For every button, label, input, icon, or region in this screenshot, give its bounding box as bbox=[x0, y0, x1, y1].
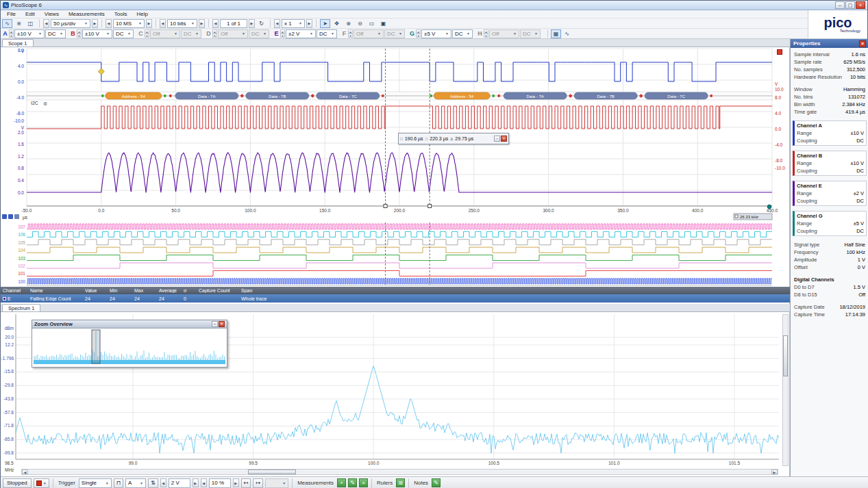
channel-C-coupling-select[interactable]: DC▼ bbox=[181, 29, 201, 38]
samples-increase-button[interactable]: ▶ bbox=[146, 19, 152, 28]
digital-inputs-button[interactable]: ▦ bbox=[551, 29, 561, 38]
ruler-legend-window[interactable]: □ 190.6 µs □ 220.3 µs Δ 29.75 µs – × bbox=[398, 133, 509, 144]
tab-spectrum-1[interactable]: Spectrum 1 bbox=[2, 304, 40, 311]
spin-down-icon[interactable]: ▼ bbox=[348, 34, 353, 38]
zoom-in-tool-button[interactable]: ⊕ bbox=[343, 19, 354, 28]
channel-A-spinner[interactable]: ▲▼ bbox=[9, 29, 14, 38]
spin-down-icon[interactable]: ▼ bbox=[212, 34, 217, 38]
trigger-mode-select[interactable]: Single▼ bbox=[79, 478, 112, 488]
channel-E-range-select[interactable]: ±2 V▼ bbox=[286, 29, 316, 38]
channel-D-coupling-select[interactable]: DC▼ bbox=[249, 29, 269, 38]
channel-H-range-select[interactable]: Off▼ bbox=[489, 29, 519, 38]
zoom-overview-close[interactable]: × bbox=[219, 321, 225, 327]
resolution-decrease-button[interactable]: ◀ bbox=[160, 19, 166, 28]
zoom-overview-window[interactable]: Zoom Overview – × bbox=[32, 320, 227, 368]
trigger-level-decrease[interactable]: ◀ bbox=[160, 478, 166, 487]
pretrigger-decrease[interactable]: ◀ bbox=[201, 478, 207, 487]
channel-g-axis-marker[interactable] bbox=[767, 205, 771, 209]
menu-item-views[interactable]: Views bbox=[40, 10, 64, 18]
zoom-out-tool-button[interactable]: ⊖ bbox=[355, 19, 365, 28]
zoom-overview-minimize[interactable]: – bbox=[212, 321, 218, 327]
channel-H-coupling-select[interactable]: DC▼ bbox=[520, 29, 541, 38]
maximize-button[interactable]: ▢ bbox=[845, 1, 855, 9]
channel-F-label[interactable]: F bbox=[341, 30, 347, 37]
scope-chart[interactable]: V8.04.00.0-4.0-8.0-10.0V2.01.61.20.80.40… bbox=[1, 47, 790, 287]
minimize-button[interactable]: – bbox=[835, 1, 845, 9]
spin-down-icon[interactable]: ▼ bbox=[280, 34, 285, 38]
channel-B-range-select[interactable]: ±10 V▼ bbox=[82, 29, 112, 38]
channel-E-coupling-select[interactable]: DC▼ bbox=[317, 29, 337, 38]
channel-A-label[interactable]: A bbox=[2, 30, 8, 37]
spin-down-icon[interactable]: ▼ bbox=[145, 34, 149, 38]
menu-item-edit[interactable]: Edit bbox=[21, 10, 40, 18]
hand-tool-button[interactable]: ✥ bbox=[332, 19, 342, 28]
channel-G-label[interactable]: G bbox=[409, 30, 415, 37]
trigger-source-select[interactable]: A▼ bbox=[125, 478, 146, 488]
normal-cursor-tool-button[interactable]: ➤ bbox=[320, 19, 330, 28]
next-page-button[interactable]: ▶ bbox=[249, 19, 255, 28]
start-stop-button[interactable]: Stopped bbox=[3, 478, 32, 488]
channel-F-coupling-select[interactable]: DC▼ bbox=[384, 29, 405, 38]
channel-D-range-select[interactable]: Off▼ bbox=[218, 29, 248, 38]
channel-G-coupling-select[interactable]: DC▼ bbox=[452, 29, 473, 38]
advanced-trigger-button[interactable]: ⊓ bbox=[114, 478, 123, 488]
channel-G-spinner[interactable]: ▲▼ bbox=[416, 29, 421, 38]
channel-B-label[interactable]: B bbox=[70, 30, 76, 37]
move-trigger-to-end-button[interactable]: ↦ bbox=[253, 478, 263, 488]
tab-scope-1[interactable]: Scope 1 bbox=[2, 39, 34, 47]
samples-select[interactable]: 10 MS▼ bbox=[113, 19, 145, 28]
pretrigger-increase[interactable]: ▶ bbox=[233, 478, 239, 487]
measurement-row[interactable]: EFalling Edge Count242424240Whole trace bbox=[1, 294, 790, 303]
channel-B-spinner[interactable]: ▲▼ bbox=[77, 29, 82, 38]
resolution-increase-button[interactable]: ▶ bbox=[199, 19, 205, 28]
edit-measurement-button[interactable]: ✎ bbox=[348, 478, 357, 487]
title-bar[interactable]: ∿ PicoScope 6 – ▢ × bbox=[1, 1, 867, 10]
spin-down-icon[interactable]: ▼ bbox=[9, 34, 14, 38]
spin-down-icon[interactable]: ▼ bbox=[77, 34, 82, 38]
ruler-dock-tag[interactable] bbox=[2, 214, 7, 219]
ruler-legend-minimize[interactable]: – bbox=[494, 136, 500, 142]
trigger-level-input[interactable]: 2 V bbox=[169, 478, 190, 488]
add-measurement-button[interactable]: + bbox=[337, 478, 346, 487]
close-button[interactable]: × bbox=[856, 1, 865, 9]
timebase-select[interactable]: 50 µs/div▼ bbox=[51, 19, 90, 28]
scope-mode-button[interactable]: ∿ bbox=[2, 19, 12, 28]
channel-A-range-select[interactable]: ±10 V▼ bbox=[14, 29, 45, 38]
refresh-button[interactable]: ↻ bbox=[256, 19, 266, 28]
scrollbar-thumb[interactable] bbox=[248, 470, 296, 474]
channel-C-label[interactable]: C bbox=[138, 30, 144, 37]
samples-decrease-button[interactable]: ◀ bbox=[106, 19, 112, 28]
channel-C-spinner[interactable]: ▲▼ bbox=[145, 29, 149, 38]
pretrigger-input[interactable]: 10 % bbox=[209, 478, 231, 488]
time-ruler-handle[interactable] bbox=[384, 205, 387, 208]
stop-indicator-button[interactable]: ▼ bbox=[34, 478, 49, 488]
spectrum-mode-button[interactable]: ◫ bbox=[25, 19, 36, 28]
channel-G-range-select[interactable]: ±5 V▼ bbox=[421, 29, 451, 38]
scroll-right-arrow[interactable]: ▶ bbox=[771, 470, 778, 474]
previous-page-button[interactable]: ◀ bbox=[212, 19, 219, 28]
channel-D-label[interactable]: D bbox=[206, 30, 212, 37]
move-trigger-to-start-button[interactable]: ↤ bbox=[241, 478, 251, 488]
channel-H-label[interactable]: H bbox=[477, 30, 483, 37]
scrollbar-thumb[interactable] bbox=[783, 335, 788, 376]
channel-C-range-select[interactable]: Off▼ bbox=[150, 29, 180, 38]
rulers-button[interactable]: ⊞ bbox=[396, 478, 405, 487]
channel-E-label[interactable]: E bbox=[273, 30, 280, 37]
menu-item-tools[interactable]: Tools bbox=[110, 10, 132, 18]
ruler-dock-tag[interactable] bbox=[8, 214, 13, 219]
zoom-select[interactable]: x 1▼ bbox=[282, 19, 305, 28]
channel-F-spinner[interactable]: ▲▼ bbox=[348, 29, 353, 38]
ruler-legend-close[interactable]: × bbox=[501, 136, 507, 142]
persistence-mode-button[interactable]: ≋ bbox=[14, 19, 24, 28]
properties-close-button[interactable]: × bbox=[859, 40, 866, 47]
menu-item-help[interactable]: Help bbox=[132, 10, 153, 18]
zoom-increase-button[interactable]: ▶ bbox=[306, 19, 312, 28]
menu-item-file[interactable]: File bbox=[2, 10, 21, 18]
time-ruler-handle[interactable] bbox=[428, 205, 432, 208]
channel-F-range-select[interactable]: Off▼ bbox=[354, 29, 384, 38]
spin-down-icon[interactable]: ▼ bbox=[484, 34, 488, 38]
channel-D-spinner[interactable]: ▲▼ bbox=[212, 29, 217, 38]
scroll-left-arrow[interactable]: ◀ bbox=[22, 470, 28, 474]
channel-E-spinner[interactable]: ▲▼ bbox=[280, 29, 285, 38]
resolution-select[interactable]: 10 bits▼ bbox=[167, 19, 197, 28]
